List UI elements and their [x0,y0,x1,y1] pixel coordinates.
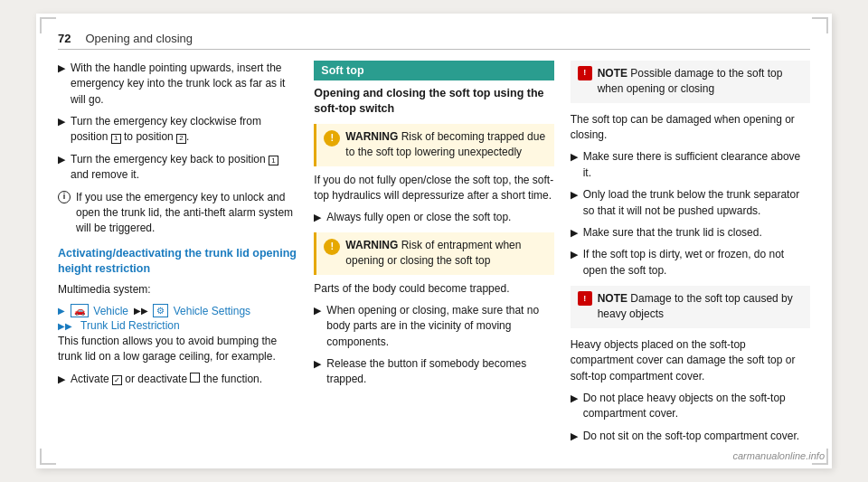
note-box-1: ! NOTE Possible damage to the soft top w… [571,61,810,103]
arrow-no-sit: ▶ [571,430,578,444]
no-heavy-text: Do not place heavy objects on the soft-t… [583,391,810,422]
activate-text: Activate ✓ or deactivate the function. [71,372,262,387]
warning-label-2: WARNING [345,239,398,251]
note-label-1: NOTE [598,67,627,80]
settings-icon-box: ⚙ [153,304,168,317]
position-back-box: 1 [269,156,278,165]
body-text-right-1: The soft top can be damaged when opening… [571,112,810,144]
warning-label-1: WARNING [345,130,398,143]
arrow-icon-2: ▶ [58,115,65,129]
bullet-trunk-load: ▶ Only load the trunk below the trunk se… [571,187,810,219]
arrow-icon-activate: ▶ [58,373,65,387]
page-number: 72 [58,32,71,45]
bullet-item-3: ▶ Turn the emergency key back to positio… [58,152,297,184]
bullet-item-1: ▶ With the handle pointing upwards, inse… [58,61,297,108]
bullet-item-4: i If you use the emergency key to unlock… [58,190,297,237]
info-icon-1: i [58,191,71,203]
arrow-dirty: ▶ [571,248,578,262]
page-header: 72 Opening and closing [58,32,810,50]
subsystem-label: Multimedia system: [58,282,297,298]
bullet-text-2: Turn the emergency key clockwise from po… [71,114,297,146]
activate-check: ✓ [112,375,122,385]
arrow-icon-3: ▶ [58,153,65,167]
body-text-function: This function allows you to avoid bumpin… [58,334,297,365]
arrow-icon-1: ▶ [58,61,65,76]
bullet-text-3: Turn the emergency key back to position … [71,152,297,184]
corner-mark-tr [812,17,828,33]
left-column: ▶ With the handle pointing upwards, inse… [58,61,297,450]
middle-column: Soft top Opening and closing the soft to… [314,61,553,450]
position-1-box: 1 [111,134,121,144]
nav-item-2: ▶▶ Trunk Lid Restriction [58,319,297,332]
note-content-2: NOTE Damage to the soft top caused by he… [598,291,803,323]
nav-arrow-2: ▶▶ [58,321,72,331]
arrow-release: ▶ [314,357,321,372]
trunk-lid-text: Make sure that the trunk lid is closed. [583,225,762,241]
body-text-right-2: Heavy objects placed on the soft-top com… [571,337,810,384]
warning-text-1: WARNING Risk of becoming trapped due to … [345,129,546,161]
body-parts-text: When opening or closing, make sure that … [326,303,553,350]
nav-arrow-1: ▶ [58,306,65,316]
bullet-no-heavy: ▶ Do not place heavy objects on the soft… [571,391,810,422]
soft-top-subheading: Opening and closing the soft top using t… [314,86,553,118]
section-heading-trunk: Activating/deactivating the trunk lid op… [58,246,297,278]
arrow-trunk-lid: ▶ [571,226,578,241]
bullet-body-parts: ▶ When opening or closing, make sure tha… [314,303,553,350]
release-text: Release the button if somebody becomes t… [326,356,553,388]
arrow-no-heavy: ▶ [571,392,578,406]
bullet-no-sit: ▶ Do not sit on the soft-top compartment… [571,429,810,444]
note-text-2: Damage to the soft top caused by heavy o… [598,292,793,320]
bullet-release-button: ▶ Release the button if somebody becomes… [314,356,553,388]
note-content-1: NOTE Possible damage to the soft top whe… [598,66,803,98]
right-column: ! NOTE Possible damage to the soft top w… [571,61,810,450]
bullet-item-2: ▶ Turn the emergency key clockwise from … [58,114,297,146]
bullet-text-4: If you use the emergency key to unlock a… [76,190,297,237]
warning-text-2: WARNING Risk of entrapment when opening … [345,238,546,269]
soft-top-header: Soft top [314,61,553,80]
vehicle-icon-box: 🚗 [71,304,89,317]
warning-box-1: ! WARNING Risk of becoming trapped due t… [314,124,553,166]
bullet-trunk-lid: ▶ Make sure that the trunk lid is closed… [571,225,810,241]
nav-trunk-label: Trunk Lid Restriction [78,319,180,332]
note-icon-2: ! [578,291,592,306]
corner-mark-bl [40,449,56,465]
warning-icon-1: ! [324,130,340,146]
content-columns: ▶ With the handle pointing upwards, inse… [58,61,810,450]
nav-vehicle-label: Vehicle [90,305,131,317]
clearance-text: Make sure there is sufficient clearance … [583,149,810,181]
warning-box-2: ! WARNING Risk of entrapment when openin… [314,232,553,275]
watermark: carmanualonline.info [732,450,825,461]
bullet-dirty-soft-top: ▶ If the soft top is dirty, wet or froze… [571,247,810,279]
trunk-load-text: Only load the trunk below the trunk sepa… [583,187,810,219]
nav-settings-label: Vehicle Settings [170,305,250,317]
note-box-2: ! NOTE Damage to the soft top caused by … [571,286,810,328]
nav-item-1: ▶ 🚗 Vehicle ▶▶ ⚙ Vehicle Settings [58,304,297,317]
body-text-soft-top-1: If you do not fully open/close the soft … [314,173,553,204]
arrow-trunk-load: ▶ [571,188,578,203]
arrow-always-open: ▶ [314,211,321,225]
note-label-2: NOTE [598,292,627,305]
bullet-clearance: ▶ Make sure there is sufficient clearanc… [571,149,810,181]
position-2-box: 2 [176,134,186,144]
arrow-body-parts: ▶ [314,304,321,318]
bullet-text-1: With the handle pointing upwards, insert… [71,61,297,108]
warning-icon-2: ! [324,239,340,255]
note-icon-1: ! [578,66,592,80]
body-text-soft-top-2: Parts of the body could become trapped. [314,281,553,297]
always-open-text: Always fully open or close the soft top. [326,210,511,225]
corner-mark-tl [40,17,56,33]
deactivate-check [190,373,200,383]
page-wrapper: 72 Opening and closing ▶ With the handle… [36,14,832,468]
bullet-always-open: ▶ Always fully open or close the soft to… [314,210,553,225]
bullet-activate: ▶ Activate ✓ or deactivate the function. [58,372,297,387]
dirty-text: If the soft top is dirty, wet or frozen,… [583,247,810,279]
arrow-clearance: ▶ [571,150,578,165]
no-sit-text: Do not sit on the soft-top compartment c… [583,429,799,444]
nav-separator: ▶▶ [134,306,148,316]
page-title: Opening and closing [85,32,193,45]
